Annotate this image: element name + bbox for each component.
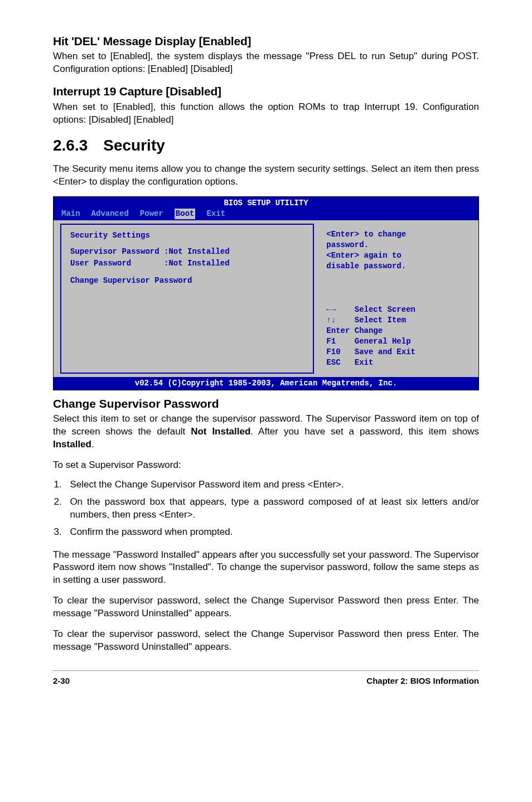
bios-tab-boot[interactable]: Boot: [175, 209, 196, 219]
not-installed-bold: Not Installed: [191, 426, 250, 437]
section-intro: The Security menu items allow you to cha…: [53, 163, 479, 189]
change-pw-p1c: . After you have set a password, this it…: [250, 426, 479, 437]
bios-security-settings-header: Security Settings: [70, 230, 304, 241]
bios-supervisor-password-row: Supervisor Password :Not Installed: [70, 247, 304, 257]
change-pw-p3: The message "Password Installed" appears…: [53, 549, 479, 587]
page-number: 2-30: [53, 675, 70, 687]
change-pw-p4: To clear the supervisor password, select…: [53, 595, 479, 620]
bios-title: BIOS SETUP UTILITY: [54, 197, 478, 209]
step-2: On the password box that appears, type a…: [64, 496, 479, 521]
change-supervisor-password-heading: Change Supervisor Password: [53, 396, 479, 412]
steps-list: Select the Change Supervisor Password it…: [53, 479, 479, 539]
change-pw-p5: To clear the supervisor password, select…: [53, 628, 479, 654]
bios-tab-power[interactable]: Power: [140, 209, 163, 219]
chapter-label: Chapter 2: BIOS Information: [366, 675, 479, 687]
section-heading: 2.6.3 Security: [53, 135, 479, 156]
page-footer: 2-30 Chapter 2: BIOS Information: [53, 675, 479, 687]
bios-user-password-row: User Password :Not Installed: [70, 258, 304, 269]
hit-del-heading: Hit 'DEL' Message Display [Enabled]: [53, 33, 479, 49]
bios-left-panel: Security Settings Supervisor Password :N…: [60, 224, 314, 374]
step-3: Confirm the password when prompted.: [64, 526, 479, 539]
bios-help-text: <Enter> to change password. <Enter> agai…: [326, 229, 464, 272]
bios-tab-exit[interactable]: Exit: [206, 209, 225, 219]
change-pw-p2: To set a Supervisor Password:: [53, 459, 479, 472]
bios-footer: v02.54 (C)Copyright 1985-2003, American …: [54, 377, 478, 390]
bios-right-panel: <Enter> to change password. <Enter> agai…: [318, 224, 472, 374]
hit-del-body: When set to [Enabled], the system displa…: [53, 50, 479, 76]
bios-screenshot: BIOS SETUP UTILITY Main Advanced Power B…: [53, 196, 479, 390]
int19-body: When set to [Enabled], this function all…: [53, 101, 479, 127]
page-divider: [53, 670, 479, 671]
bios-tabs: Main Advanced Power Boot Exit: [54, 209, 478, 220]
change-pw-p1e: .: [91, 439, 94, 450]
bios-tab-advanced[interactable]: Advanced: [91, 209, 129, 219]
bios-key-legend: ←→ Select Screen ↑↓ Select Item Enter Ch…: [326, 305, 464, 368]
installed-bold: Installed: [53, 439, 91, 450]
change-pw-p1: Select this item to set or change the su…: [53, 413, 479, 451]
step-1: Select the Change Supervisor Password it…: [64, 479, 479, 491]
bios-change-supervisor-password[interactable]: Change Supervisor Password: [70, 276, 304, 286]
int19-heading: Interrupt 19 Capture [Disabled]: [53, 84, 479, 99]
bios-tab-main[interactable]: Main: [61, 209, 80, 219]
